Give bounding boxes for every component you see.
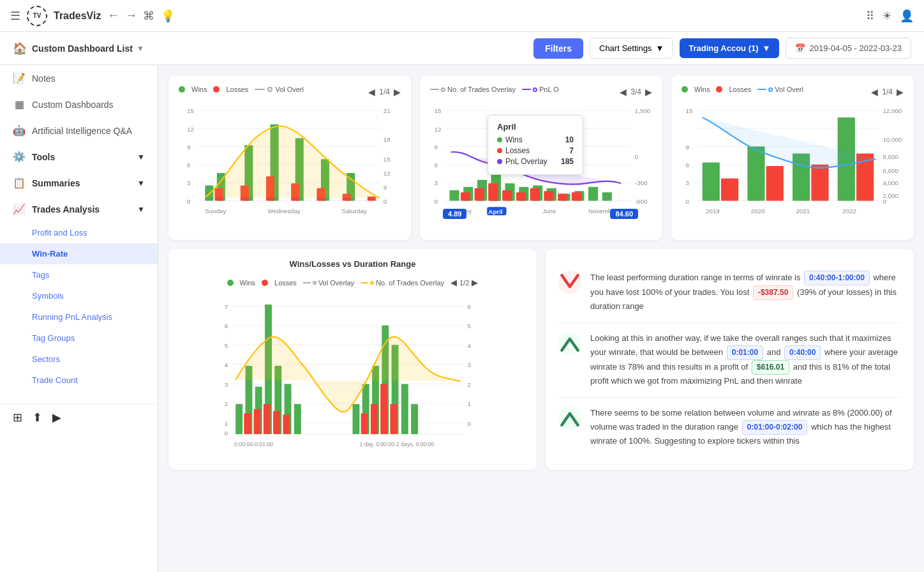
tools-chevron: ▼	[137, 153, 145, 162]
svg-text:1 day, 0:00:00-2 days, 0:00:00: 1 day, 0:00:00-2 days, 0:00:00	[359, 441, 434, 448]
dur-losses-dot	[262, 280, 268, 286]
insight-item-3: There seems to be some relation between …	[558, 398, 901, 457]
month-chart-prev[interactable]: ◀	[620, 87, 627, 97]
svg-text:15: 15	[686, 107, 693, 114]
year-chart-next[interactable]: ▶	[897, 87, 904, 97]
duration-chart-next[interactable]: ▶	[472, 278, 478, 287]
svg-rect-100	[747, 147, 764, 201]
sidebar-label-trades-analysis: Trades Analysis	[32, 204, 100, 214]
apps-icon[interactable]: ⠿	[866, 9, 874, 23]
losses-legend-label: Losses	[226, 86, 248, 93]
svg-rect-152	[361, 413, 368, 434]
price-label-right: 84.60	[610, 208, 638, 218]
dur-wins-dot	[227, 280, 234, 286]
back-icon[interactable]: ←	[107, 9, 119, 22]
forward-icon[interactable]: →	[125, 9, 137, 22]
sidebar-label-sectors: Sectors	[32, 354, 60, 364]
summaries-icon: 📋	[13, 177, 26, 189]
svg-rect-103	[811, 165, 828, 201]
svg-text:6: 6	[686, 162, 689, 169]
svg-text:4: 4	[225, 361, 228, 368]
user-icon[interactable]: 👤	[900, 9, 914, 23]
dashboard-chevron[interactable]: ▼	[137, 44, 144, 53]
svg-rect-99	[721, 179, 738, 201]
sidebar-item-running-pnl[interactable]: Running PnL Analysis	[0, 306, 158, 327]
dashboards-icon: ▦	[13, 98, 26, 110]
filters-button[interactable]: Filters	[533, 38, 583, 59]
svg-text:21: 21	[384, 107, 391, 114]
chart-year-area: 15 9 6 3 0 12,000 10,000 8,000 6,000 4,0…	[682, 102, 904, 230]
svg-rect-73	[488, 183, 498, 200]
tooltip-wins-label: Wins	[505, 135, 523, 144]
sidebar-item-symbols[interactable]: Symbols	[0, 285, 158, 306]
dur-vol-legend: Vol Overlay	[303, 279, 354, 287]
tooltip-losses-label: Losses	[505, 146, 530, 155]
svg-text:2: 2	[225, 400, 228, 407]
svg-rect-151	[283, 414, 290, 434]
svg-text:12: 12	[187, 126, 194, 133]
wins-legend-label: Wins	[191, 86, 207, 93]
sidebar-label-profit-loss: Profit and Loss	[32, 228, 87, 237]
svg-text:2020: 2020	[751, 207, 765, 214]
svg-rect-67	[516, 192, 526, 200]
sidebar-video-icon[interactable]: ▶	[52, 410, 61, 425]
tools-icon: ⚙️	[13, 151, 26, 163]
svg-text:4,000: 4,000	[883, 179, 898, 186]
sidebar-item-trades-analysis[interactable]: 📈 Trades Analysis ▼	[0, 196, 158, 222]
chart-settings-button[interactable]: Chart Settings ▼	[590, 38, 673, 59]
sidebar-item-win-rate[interactable]: Win-Rate	[0, 243, 158, 264]
duration-chart-prev[interactable]: ◀	[451, 278, 457, 287]
dashboard-title: Custom Dashboard List ▼	[32, 43, 144, 54]
year-vol-legend: Vol Overl	[757, 86, 803, 93]
sidebar-item-sectors[interactable]: Sectors	[0, 349, 158, 370]
trading-account-button[interactable]: Trading Accou (1) ▼	[680, 38, 779, 58]
sidebar-label-tools: Tools	[32, 152, 55, 162]
bulb-icon[interactable]: 💡	[161, 9, 175, 23]
sidebar-item-ai-qa[interactable]: 🤖 Artificial Intelligence Q&A	[0, 117, 158, 144]
sidebar-label-tag-groups: Tag Groups	[32, 333, 75, 343]
app-logo: TV	[27, 6, 47, 26]
svg-text:0: 0	[225, 430, 228, 437]
insight-item-2: Looking at this in another way, if we ta…	[558, 323, 901, 398]
insight-up-icon-3	[558, 407, 581, 430]
svg-rect-147	[244, 413, 251, 434]
svg-text:2021: 2021	[796, 207, 810, 214]
chart-next-btn[interactable]: ▶	[394, 87, 401, 97]
svg-text:3: 3	[686, 179, 689, 186]
sidebar-item-summaries[interactable]: 📋 Summaries ▼	[0, 170, 158, 196]
svg-rect-139	[294, 404, 301, 434]
svg-rect-145	[401, 384, 408, 434]
tooltip-title: April	[497, 122, 574, 132]
svg-text:15: 15	[384, 156, 391, 163]
insight-badge-loss-1: -$387.50	[753, 285, 793, 300]
svg-text:3: 3	[225, 381, 228, 388]
year-chart-prev[interactable]: ◀	[871, 87, 878, 97]
month-chart-next[interactable]: ▶	[645, 87, 652, 97]
sidebar-item-profit-loss[interactable]: Profit and Loss	[0, 222, 158, 243]
main-content: Wins Losses Vol Overl ◀ 1/4 ▶	[158, 65, 924, 572]
grid-icon[interactable]: ⌘	[143, 9, 154, 23]
sidebar-item-trade-count[interactable]: Trade Count	[0, 370, 158, 391]
sidebar-label-ai-qa: Artificial Intelligence Q&A	[32, 126, 132, 136]
sidebar-item-tools[interactable]: ⚙️ Tools ▼	[0, 144, 158, 170]
svg-text:12: 12	[435, 126, 442, 133]
menu-icon[interactable]: ☰	[10, 9, 20, 23]
svg-rect-140	[353, 404, 360, 434]
chart-prev-btn[interactable]: ◀	[368, 87, 375, 97]
sidebar-item-notes[interactable]: 📝 Notes	[0, 65, 158, 91]
sidebar-item-tags[interactable]: Tags	[0, 264, 158, 285]
sidebar-label-symbols: Symbols	[32, 291, 64, 301]
insight-down-icon-1	[558, 271, 581, 294]
theme-icon[interactable]: ☀	[882, 9, 892, 23]
svg-text:0:00:00-0:01:00: 0:00:00-0:01:00	[234, 441, 273, 448]
svg-rect-153	[371, 404, 378, 434]
sidebar-item-tag-groups[interactable]: Tag Groups	[0, 327, 158, 349]
svg-text:6: 6	[187, 162, 190, 169]
sidebar-item-custom-dashboards[interactable]: ▦ Custom Dashboards	[0, 91, 158, 117]
svg-text:3: 3	[435, 179, 438, 186]
sidebar-settings-icon[interactable]: ⊞	[13, 410, 22, 425]
svg-text:9: 9	[435, 144, 438, 151]
insight-text-2: Looking at this in another way, if we ta…	[590, 332, 901, 388]
sidebar-export-icon[interactable]: ⬆	[33, 410, 42, 425]
svg-rect-154	[380, 384, 387, 434]
